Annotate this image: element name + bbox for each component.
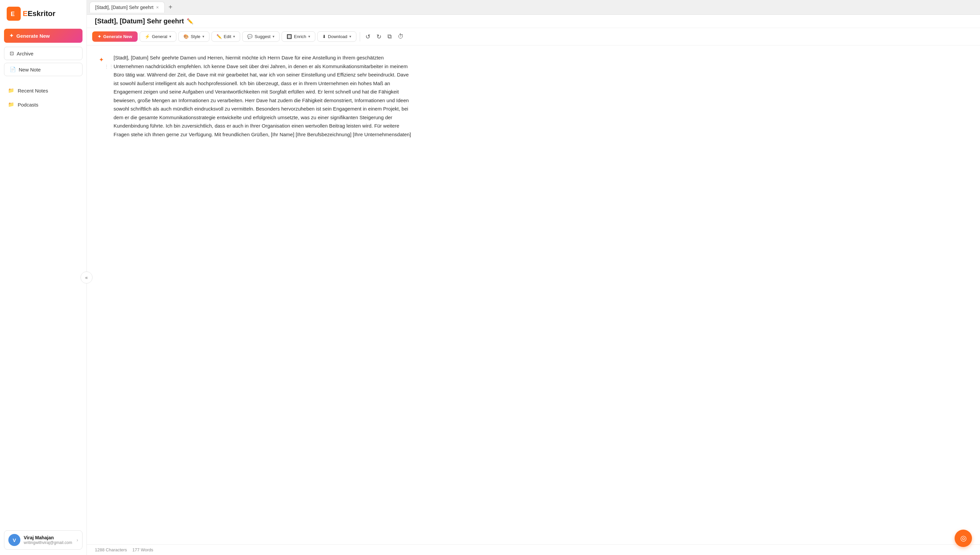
logo-area: E EEskritor	[4, 5, 82, 22]
collapse-sidebar-button[interactable]: «	[80, 271, 93, 284]
document-tab[interactable]: [Stadt], [Datum] Sehr geehrt ×	[90, 2, 165, 13]
chevron-down-icon: ▾	[273, 34, 274, 39]
enrich-icon: 🔲	[287, 34, 292, 39]
user-email: writingwithviraj@gmail.com	[24, 540, 73, 545]
chevron-down-icon: ▾	[308, 34, 310, 39]
avatar: V	[8, 534, 20, 546]
sparkle-icon: ✦	[10, 33, 14, 39]
archive-icon: ⊡	[10, 50, 14, 56]
status-bar: 1288 Characters 177 Words	[87, 544, 980, 555]
folder-icon: 📁	[8, 88, 14, 93]
tab-close-button[interactable]: ×	[156, 5, 159, 10]
suggest-icon: 💬	[247, 34, 252, 39]
svg-text:E: E	[11, 11, 15, 18]
edit-title-icon[interactable]: ✏️	[187, 18, 193, 24]
support-icon: ◎	[960, 534, 967, 543]
character-count: 1288 Characters	[95, 547, 127, 552]
undo-button[interactable]: ↺	[363, 32, 372, 42]
sidebar: E EEskritor ✦ Generate New ⊡ Archive 📄 N…	[0, 0, 87, 555]
new-note-button[interactable]: 📄 New Note	[4, 63, 82, 76]
general-icon: ⚡	[144, 34, 150, 39]
logo-icon: E	[7, 7, 21, 21]
new-tab-button[interactable]: +	[166, 2, 175, 12]
sparkle-editor-icon: ✦	[99, 56, 104, 63]
redo-button[interactable]: ↻	[374, 32, 383, 42]
archive-button[interactable]: ⊡ Archive	[4, 47, 82, 60]
download-icon: ⬇	[322, 34, 326, 39]
sidebar-generate-new-button[interactable]: ✦ Generate New	[4, 29, 82, 43]
chevron-down-icon: ▾	[202, 34, 204, 39]
toolbar-general-button[interactable]: ⚡ General ▾	[140, 31, 176, 42]
toolbar-style-button[interactable]: 🎨 Style ▾	[178, 31, 209, 42]
toolbar-download-button[interactable]: ⬇ Download ▾	[317, 31, 356, 42]
history-button[interactable]: ⏱	[396, 32, 406, 42]
toolbar-suggest-button[interactable]: 💬 Suggest ▾	[242, 31, 279, 42]
sidebar-item-recent-notes[interactable]: 📁 Recent Notes	[4, 84, 82, 97]
editor-area: ✦ ⋮⋮ [Stadt], [Datum] Sehr geehrte Damen…	[87, 45, 980, 544]
word-count: 177 Words	[132, 547, 153, 552]
toolbar-enrich-button[interactable]: 🔲 Enrich ▾	[282, 31, 315, 42]
toolbar-separator	[360, 32, 360, 42]
support-fab[interactable]: ◎	[954, 529, 972, 547]
main-content: [Stadt], [Datum] Sehr geehrt × + [Stadt]…	[87, 0, 980, 555]
toolbar-generate-new-button[interactable]: ✦ Generate New	[92, 31, 138, 42]
sparkle-icon: ✦	[98, 34, 101, 39]
tab-bar: [Stadt], [Datum] Sehr geehrt × +	[87, 0, 980, 15]
drag-handle-icon[interactable]: ⋮⋮	[104, 64, 114, 69]
new-note-icon: 📄	[10, 66, 16, 72]
document-title-area: [Stadt], [Datum] Sehr geehrt ✏️	[87, 15, 980, 28]
chevron-down-icon: ▾	[233, 34, 235, 39]
app-name: EEskritor	[23, 10, 55, 18]
document-title: [Stadt], [Datum] Sehr geehrt	[95, 18, 184, 25]
toolbar: ✦ Generate New ⚡ General ▾ 🎨 Style ▾ ✏️ …	[87, 28, 980, 45]
folder-icon: 📁	[8, 101, 14, 107]
chevron-right-icon: ›	[77, 537, 78, 543]
editor-content[interactable]: [Stadt], [Datum] Sehr geehrte Damen und …	[114, 53, 414, 139]
chevron-down-icon: ▾	[350, 34, 351, 39]
sidebar-nav: 📁 Recent Notes 📁 Podcasts	[4, 84, 82, 112]
user-profile[interactable]: V Viraj Mahajan writingwithviraj@gmail.c…	[4, 530, 82, 550]
edit-icon: ✏️	[217, 34, 222, 39]
sidebar-item-podcasts[interactable]: 📁 Podcasts	[4, 98, 82, 111]
style-icon: 🎨	[183, 34, 189, 39]
copy-button[interactable]: ⧉	[385, 32, 394, 42]
chevron-down-icon: ▾	[169, 34, 172, 39]
user-name: Viraj Mahajan	[24, 535, 73, 540]
user-info: Viraj Mahajan writingwithviraj@gmail.com	[24, 535, 73, 545]
toolbar-edit-button[interactable]: ✏️ Edit ▾	[212, 31, 240, 42]
